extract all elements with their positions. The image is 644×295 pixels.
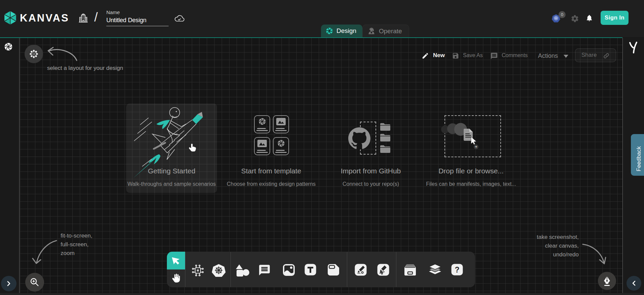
svg-text:?: ?: [455, 265, 459, 274]
